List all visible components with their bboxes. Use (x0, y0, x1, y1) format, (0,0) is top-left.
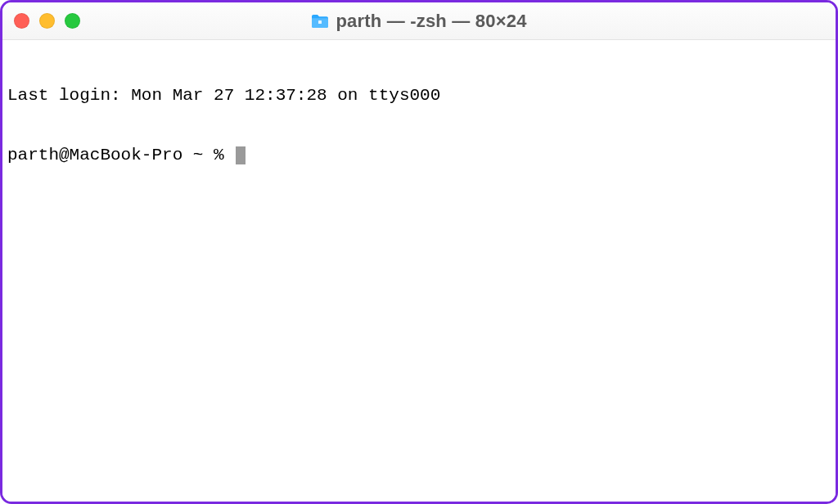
prompt-text: parth@MacBook-Pro ~ % (7, 146, 234, 165)
last-login-line: Last login: Mon Mar 27 12:37:28 on ttys0… (7, 86, 831, 106)
maximize-button[interactable] (65, 13, 80, 29)
minimize-button[interactable] (39, 13, 55, 29)
folder-icon (311, 14, 329, 29)
titlebar: parth — -zsh — 80×24 (2, 2, 836, 40)
close-button[interactable] (14, 13, 29, 29)
terminal-body[interactable]: Last login: Mon Mar 27 12:37:28 on ttys0… (2, 40, 836, 502)
svg-rect-0 (318, 20, 322, 24)
terminal-window: parth — -zsh — 80×24 Last login: Mon Mar… (0, 0, 838, 504)
window-title-container: parth — -zsh — 80×24 (2, 11, 836, 32)
window-title: parth — -zsh — 80×24 (336, 11, 526, 32)
traffic-lights (14, 13, 80, 29)
prompt-line: parth@MacBook-Pro ~ % (7, 146, 831, 165)
cursor (236, 146, 246, 164)
